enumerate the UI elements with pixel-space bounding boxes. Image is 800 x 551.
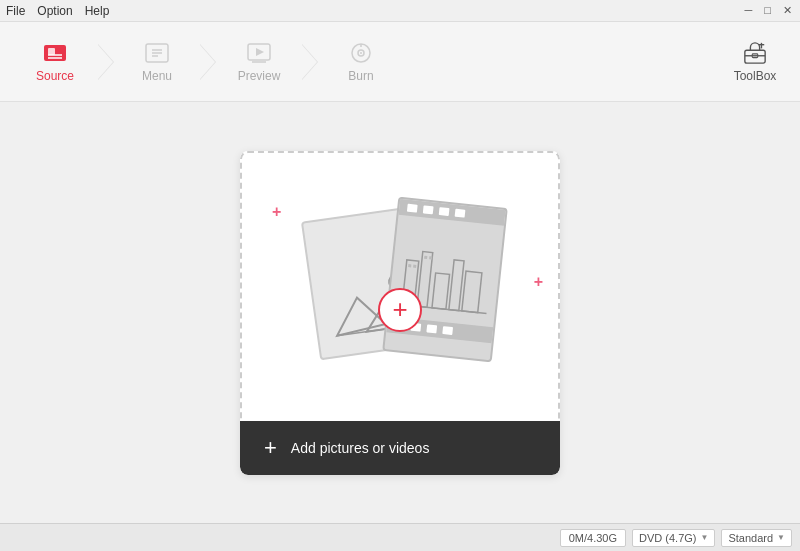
close-button[interactable]: ✕ [781,4,794,17]
main-content: + + [0,102,800,523]
app-window: Source Menu [0,22,800,551]
tab-source-label: Source [36,69,74,83]
drop-zone-inner: + + [240,151,560,421]
menu-help[interactable]: Help [85,4,110,18]
svg-rect-30 [413,264,416,267]
menu-file[interactable]: File [6,4,25,18]
window-controls: ─ □ ✕ [743,4,794,17]
dvd-type-label: DVD (4.7G) [639,532,696,544]
tab-menu-label: Menu [142,69,172,83]
toolbox-label: ToolBox [734,69,777,83]
disk-usage-value: 0M/4.30G [569,532,617,544]
tab-preview-label: Preview [238,69,281,83]
nav-arrow-2 [200,44,216,80]
quality-dropdown[interactable]: Standard ▼ [721,529,792,547]
add-bar[interactable]: + Add pictures or videos [240,421,560,475]
drop-zone[interactable]: + + [240,151,560,475]
deco-plus-right: + [534,273,543,291]
tab-burn[interactable]: Burn [316,27,406,97]
svg-rect-26 [432,272,450,308]
menu-bar: File Option Help [6,4,109,18]
quality-label: Standard [728,532,773,544]
add-media-button[interactable]: + [378,288,422,332]
deco-plus-left: + [272,203,281,221]
svg-rect-28 [462,271,482,312]
maximize-button[interactable]: □ [762,4,773,17]
film-strip [382,196,508,362]
illustration: + [300,192,500,392]
minimize-button[interactable]: ─ [743,4,755,17]
tab-burn-label: Burn [348,69,373,83]
svg-rect-1 [48,48,55,55]
svg-point-13 [360,52,362,54]
dvd-type-dropdown[interactable]: DVD (4.7G) ▼ [632,529,715,547]
menu-option[interactable]: Option [37,4,72,18]
tab-menu[interactable]: Menu [112,27,202,97]
tab-source[interactable]: Source [10,27,100,97]
svg-rect-29 [408,264,411,267]
toolbar: Source Menu [0,22,800,102]
add-bar-plus-icon: + [264,437,277,459]
status-bar: 0M/4.30G DVD (4.7G) ▼ Standard ▼ [0,523,800,551]
nav-arrow-1 [98,44,114,80]
svg-marker-9 [256,48,264,56]
svg-rect-15 [745,50,765,63]
tab-preview[interactable]: Preview [214,27,304,97]
svg-rect-31 [424,255,427,258]
nav-arrow-3 [302,44,318,80]
title-bar: File Option Help ─ □ ✕ [0,0,800,22]
quality-arrow: ▼ [777,533,785,542]
dvd-type-arrow: ▼ [701,533,709,542]
svg-rect-27 [449,259,464,310]
disk-usage: 0M/4.30G [560,529,626,547]
toolbox-button[interactable]: ToolBox [720,27,790,97]
add-bar-text: Add pictures or videos [291,440,430,456]
nav-tabs: Source Menu [10,27,720,97]
